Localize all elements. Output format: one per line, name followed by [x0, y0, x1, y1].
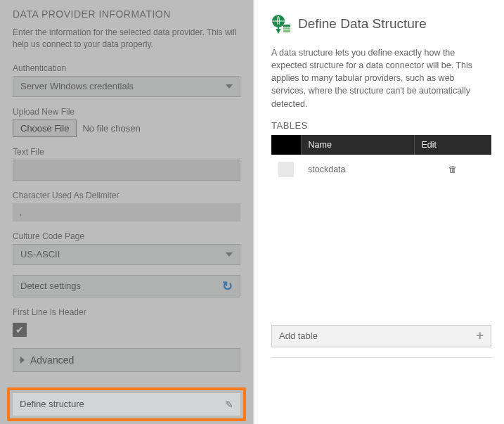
culture-select[interactable]: US-ASCII — [13, 244, 240, 265]
file-status: No file chosen — [82, 123, 140, 134]
right-panel: Define Data Structure A data structure l… — [254, 0, 504, 424]
svg-rect-4 — [283, 30, 290, 32]
choose-file-button[interactable]: Choose File — [13, 120, 77, 137]
culture-value: US-ASCII — [20, 249, 60, 259]
textfile-input[interactable] — [13, 160, 240, 181]
delimiter-input[interactable]: , — [13, 203, 240, 221]
row-name: stockdata — [301, 155, 414, 184]
col-icon — [271, 135, 301, 155]
edit-icon: ✎ — [225, 399, 233, 410]
auth-label: Authentication — [13, 63, 240, 73]
col-name: Name — [301, 135, 414, 155]
auth-value: Server Windows credentials — [20, 81, 134, 91]
row-swatch — [278, 162, 294, 177]
define-structure-button[interactable]: Define structure ✎ — [13, 393, 240, 416]
panel-title: DATA PROVIDER INFORMATION — [13, 8, 240, 20]
firstline-label: First Line Is Header — [13, 307, 240, 317]
left-panel: DATA PROVIDER INFORMATION Enter the info… — [0, 0, 253, 424]
col-edit: Edit — [414, 135, 491, 155]
tables-heading: TABLES — [271, 120, 491, 131]
panel-intro: Enter the information for the selected d… — [13, 27, 240, 51]
advanced-toggle[interactable]: Advanced — [13, 348, 240, 372]
svg-rect-3 — [283, 27, 290, 30]
plus-icon: + — [476, 328, 484, 343]
delimiter-label: Character Used As Delimiter — [13, 191, 240, 200]
chevron-down-icon — [226, 252, 233, 257]
structure-icon — [271, 14, 291, 34]
right-title: Define Data Structure — [298, 16, 427, 32]
divider-line — [271, 357, 491, 358]
firstline-checkbox[interactable]: ✔ — [13, 323, 27, 337]
chevron-down-icon — [226, 84, 233, 89]
svg-rect-2 — [283, 25, 290, 27]
delete-row-button[interactable]: 🗑 — [414, 155, 491, 184]
detect-settings-button[interactable]: Detect settings ↻ — [13, 275, 240, 297]
textfile-label: Text File — [13, 147, 240, 157]
table-row[interactable]: stockdata 🗑 — [271, 155, 491, 184]
tables-table: Name Edit stockdata 🗑 — [271, 135, 491, 184]
auth-select[interactable]: Server Windows credentials — [13, 76, 240, 97]
right-desc: A data structure lets you define exactly… — [271, 46, 491, 110]
refresh-icon: ↻ — [222, 278, 233, 294]
culture-label: Culture Code Page — [13, 231, 240, 241]
chevron-right-icon — [20, 356, 25, 364]
upload-label: Upload New File — [13, 107, 240, 117]
add-table-button[interactable]: Add table + — [271, 325, 491, 347]
